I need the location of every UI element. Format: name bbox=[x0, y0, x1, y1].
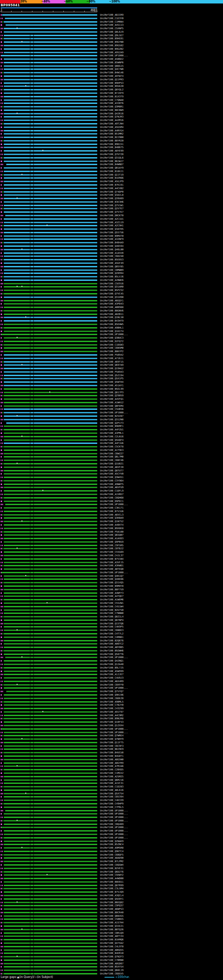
alignment-row[interactable]: UniRef100_A8YE99 bbox=[0, 149, 223, 153]
alignment-row[interactable]: UniRef100_A9BHL1 bbox=[0, 326, 223, 329]
alignment-row[interactable]: UniRef100_UP1000... bbox=[0, 655, 223, 659]
alignment-row[interactable]: UniRef100_A3PML1 bbox=[0, 431, 223, 435]
alignment-row[interactable]: UniRef100_UP1000... bbox=[0, 833, 223, 836]
alignment-row[interactable]: UniRef100_P58943 bbox=[0, 370, 223, 374]
alignment-row[interactable]: UniRef100_Q74DP0 bbox=[0, 190, 223, 194]
alignment-row[interactable]: UniRef100_A3VFJ5 bbox=[0, 561, 223, 564]
alignment-row[interactable]: UniRef100_B7V1G6 bbox=[0, 510, 223, 513]
alignment-row[interactable]: UniRef100_B8KYP2 bbox=[0, 350, 223, 353]
alignment-row[interactable]: UniRef100_A5B6E2 bbox=[0, 57, 223, 61]
alignment-row[interactable]: UniRef100_Q31H90 bbox=[0, 296, 223, 299]
alignment-row[interactable]: UniRef100_Q1U821 bbox=[0, 462, 223, 466]
alignment-row[interactable]: UniRef100_B5XYS4 bbox=[0, 965, 223, 969]
alignment-row[interactable]: UniRef100_B5LVJ6 bbox=[0, 275, 223, 278]
alignment-row[interactable]: UniRef100_Q3BUC3 bbox=[0, 336, 223, 340]
alignment-row[interactable]: UniRef100_C6BQF5 bbox=[0, 853, 223, 857]
alignment-row[interactable]: UniRef100_UP1000... bbox=[0, 731, 223, 734]
alignment-row[interactable]: UniRef100_Q7V1W1 bbox=[0, 204, 223, 207]
alignment-row[interactable]: UniRef100_Q5X754 bbox=[0, 792, 223, 795]
alignment-row[interactable]: UniRef100_C4JL37 bbox=[0, 554, 223, 557]
alignment-row[interactable]: UniRef100_UP1000... bbox=[0, 809, 223, 813]
alignment-row[interactable]: UniRef100_Q5X1P5 bbox=[0, 377, 223, 380]
alignment-row[interactable]: UniRef100_Q0FEM4 bbox=[0, 404, 223, 408]
alignment-row[interactable]: UniRef100_C4K339 bbox=[0, 799, 223, 802]
alignment-row[interactable]: UniRef100_UP1000... bbox=[0, 54, 223, 57]
alignment-row[interactable]: UniRef100_Q7NJR3 bbox=[0, 115, 223, 119]
alignment-row[interactable]: UniRef100_B0JWJ7 bbox=[0, 159, 223, 163]
alignment-row[interactable]: UniRef100_Q55756 bbox=[0, 231, 223, 234]
alignment-row[interactable]: UniRef100_A0B988 bbox=[0, 305, 223, 309]
alignment-row[interactable]: UniRef100_A4S113 bbox=[0, 23, 223, 27]
alignment-row[interactable]: UniRef100_A4WDB0 bbox=[0, 877, 223, 880]
alignment-row[interactable]: UniRef100_B9M4T0 bbox=[0, 234, 223, 238]
alignment-row[interactable]: UniRef100_C1D283 bbox=[0, 785, 223, 788]
alignment-row[interactable]: UniRef100_C7BRN8 bbox=[0, 958, 223, 962]
alignment-row[interactable]: UniRef100_A4CVB2 bbox=[0, 187, 223, 190]
alignment-row[interactable]: UniRef100_Q19AG2 bbox=[0, 367, 223, 370]
alignment-row[interactable]: UniRef100_C0MWB9 bbox=[0, 268, 223, 272]
alignment-row[interactable]: UniRef100_UP1000... bbox=[0, 333, 223, 336]
alignment-row[interactable]: UniRef100_UP1000... bbox=[0, 411, 223, 414]
alignment-row[interactable]: UniRef100_B4UCU8 bbox=[0, 751, 223, 754]
alignment-row[interactable]: UniRef100_C6NY46 bbox=[0, 458, 223, 462]
alignment-row[interactable]: UniRef100_Q4K1Q7 bbox=[0, 574, 223, 578]
alignment-row[interactable]: UniRef100_A2C1U1 bbox=[0, 217, 223, 221]
alignment-row[interactable]: UniRef100_Q11FT5 bbox=[0, 741, 223, 744]
alignment-row[interactable]: UniRef100_B9KMF1 bbox=[0, 425, 223, 428]
alignment-row[interactable]: UniRef100_Q587T6 bbox=[0, 652, 223, 656]
alignment-row[interactable]: UniRef100_C9PQ37 bbox=[0, 904, 223, 907]
alignment-row[interactable]: UniRef100_B2VE31 bbox=[0, 867, 223, 870]
alignment-row[interactable]: UniRef100_B8GNV6 bbox=[0, 309, 223, 313]
alignment-row[interactable]: UniRef100_A9BML5 bbox=[0, 700, 223, 704]
alignment-row[interactable]: UniRef100_C7NNN0 bbox=[0, 611, 223, 615]
alignment-row[interactable]: UniRef100_UP1000... bbox=[0, 816, 223, 819]
alignment-row[interactable]: UniRef100_B9X8E8 bbox=[0, 527, 223, 530]
alignment-row[interactable]: UniRef100_Q1NL50 bbox=[0, 316, 223, 319]
alignment-row[interactable]: UniRef100_Q46LB0 bbox=[0, 248, 223, 251]
alignment-row[interactable]: UniRef100_C49HP9 bbox=[0, 802, 223, 805]
alignment-row[interactable]: UniRef100_C4T7L2 bbox=[0, 632, 223, 635]
alignment-row[interactable]: UniRef100_Q42616 bbox=[0, 112, 223, 115]
alignment-row[interactable]: UniRef100_B9D151 bbox=[0, 143, 223, 146]
alignment-row[interactable]: UniRef100_Q8TUT7 bbox=[0, 469, 223, 473]
alignment-row[interactable]: UniRef100_C7BJY0 bbox=[0, 703, 223, 707]
alignment-row[interactable]: UniRef100_A1A5V8 bbox=[0, 251, 223, 255]
alignment-row[interactable]: UniRef100_Q8L6J9 bbox=[0, 30, 223, 34]
alignment-row[interactable]: UniRef100_C0R1Q9 bbox=[0, 931, 223, 935]
alignment-row[interactable]: UniRef100_B2Q6T6 bbox=[0, 639, 223, 643]
alignment-row[interactable]: UniRef100_Q7N2F3 bbox=[0, 955, 223, 958]
alignment-row[interactable]: UniRef100_A1VC31 bbox=[0, 781, 223, 785]
alignment-row[interactable]: UniRef100_Q01AY9 bbox=[0, 166, 223, 170]
alignment-row[interactable]: UniRef100_A0Y0B5 bbox=[0, 646, 223, 649]
alignment-row[interactable]: UniRef100_A1JJE7 bbox=[0, 673, 223, 676]
alignment-row[interactable]: UniRef100_B5PZ32 bbox=[0, 288, 223, 292]
alignment-row[interactable]: UniRef100_Q3AIL8 bbox=[0, 193, 223, 197]
alignment-row[interactable]: UniRef100_A3IBT6 bbox=[0, 102, 223, 105]
alignment-row[interactable]: UniRef100_C0TBJ2 bbox=[0, 547, 223, 550]
alignment-row[interactable]: UniRef100_Q46594 bbox=[0, 244, 223, 248]
alignment-row[interactable]: UniRef100_C7QNA8 bbox=[0, 99, 223, 102]
alignment-row[interactable]: UniRef100_Q7VC45 bbox=[0, 292, 223, 296]
alignment-row[interactable]: UniRef100_A5GF49 bbox=[0, 261, 223, 265]
alignment-row[interactable]: UniRef100_A8G5N0 bbox=[0, 758, 223, 761]
alignment-row[interactable]: UniRef100_B9MHY8 bbox=[0, 584, 223, 588]
alignment-row[interactable]: UniRef100_Q65QB7 bbox=[0, 533, 223, 537]
alignment-row[interactable]: UniRef100_Q7WHY9 bbox=[0, 737, 223, 741]
alignment-row[interactable]: UniRef100_UP1000... bbox=[0, 826, 223, 829]
alignment-row[interactable]: UniRef100_Q7WRE4 bbox=[0, 734, 223, 737]
alignment-row[interactable]: UniRef100_A0JIR9 bbox=[0, 13, 223, 17]
alignment-row[interactable]: UniRef100_C1MRN4 bbox=[0, 20, 223, 24]
alignment-row[interactable]: UniRef100_A4VFQ1 bbox=[0, 397, 223, 401]
alignment-row[interactable]: UniRef100_C1DFL9 bbox=[0, 489, 223, 493]
alignment-row[interactable]: UniRef100_B7JXF9 bbox=[0, 91, 223, 95]
alignment-row[interactable]: UniRef100_A6GQY1 bbox=[0, 299, 223, 302]
alignment-row[interactable]: UniRef100_B2U7S0 bbox=[0, 608, 223, 612]
alignment-row[interactable]: UniRef100_B7V1N4 bbox=[0, 557, 223, 561]
alignment-row[interactable]: UniRef100_C8QH68 bbox=[0, 496, 223, 500]
alignment-row[interactable]: UniRef100_Q28994 bbox=[0, 272, 223, 275]
alignment-row[interactable]: UniRef100_UP1000... bbox=[0, 836, 223, 840]
alignment-row[interactable]: UniRef100_B8CR40 bbox=[0, 911, 223, 914]
alignment-row[interactable]: UniRef100_Q39U69 bbox=[0, 197, 223, 200]
alignment-row[interactable]: UniRef100_A7MJA6 bbox=[0, 764, 223, 768]
alignment-row[interactable]: UniRef100_B2J9B0 bbox=[0, 135, 223, 139]
